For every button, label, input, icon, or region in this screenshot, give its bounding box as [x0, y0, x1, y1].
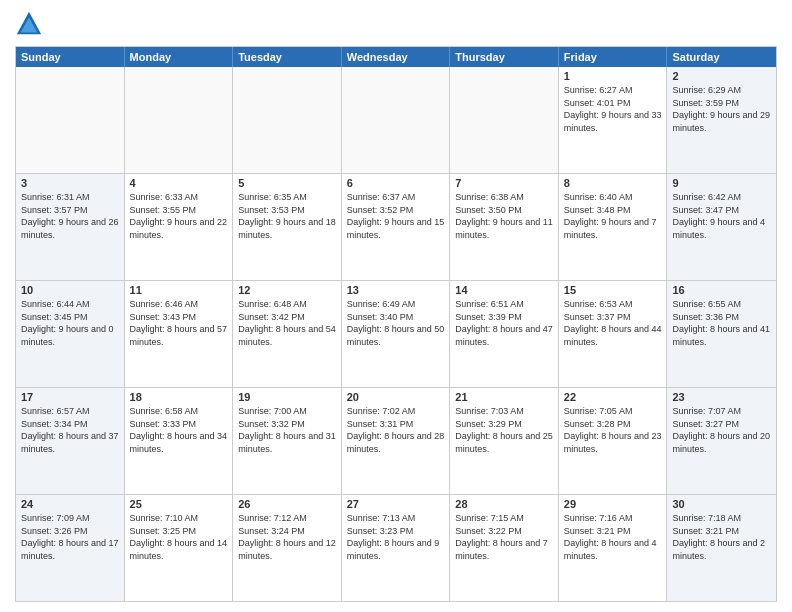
cell-info: Sunrise: 6:46 AM Sunset: 3:43 PM Dayligh…	[130, 298, 228, 348]
calendar-row-2: 10Sunrise: 6:44 AM Sunset: 3:45 PM Dayli…	[16, 281, 776, 388]
calendar-cell	[342, 67, 451, 173]
day-number: 4	[130, 177, 228, 189]
calendar-cell: 27Sunrise: 7:13 AM Sunset: 3:23 PM Dayli…	[342, 495, 451, 601]
calendar-cell: 19Sunrise: 7:00 AM Sunset: 3:32 PM Dayli…	[233, 388, 342, 494]
cell-info: Sunrise: 7:00 AM Sunset: 3:32 PM Dayligh…	[238, 405, 336, 455]
day-number: 3	[21, 177, 119, 189]
cell-info: Sunrise: 7:09 AM Sunset: 3:26 PM Dayligh…	[21, 512, 119, 562]
header-day-monday: Monday	[125, 47, 234, 67]
calendar-cell	[233, 67, 342, 173]
calendar-cell: 18Sunrise: 6:58 AM Sunset: 3:33 PM Dayli…	[125, 388, 234, 494]
calendar-cell: 26Sunrise: 7:12 AM Sunset: 3:24 PM Dayli…	[233, 495, 342, 601]
cell-info: Sunrise: 6:37 AM Sunset: 3:52 PM Dayligh…	[347, 191, 445, 241]
cell-info: Sunrise: 6:27 AM Sunset: 4:01 PM Dayligh…	[564, 84, 662, 134]
calendar-cell: 7Sunrise: 6:38 AM Sunset: 3:50 PM Daylig…	[450, 174, 559, 280]
calendar-cell: 24Sunrise: 7:09 AM Sunset: 3:26 PM Dayli…	[16, 495, 125, 601]
calendar-cell: 20Sunrise: 7:02 AM Sunset: 3:31 PM Dayli…	[342, 388, 451, 494]
header	[15, 10, 777, 38]
calendar-row-0: 1Sunrise: 6:27 AM Sunset: 4:01 PM Daylig…	[16, 67, 776, 174]
day-number: 24	[21, 498, 119, 510]
day-number: 12	[238, 284, 336, 296]
header-day-saturday: Saturday	[667, 47, 776, 67]
calendar-cell: 1Sunrise: 6:27 AM Sunset: 4:01 PM Daylig…	[559, 67, 668, 173]
calendar-cell: 15Sunrise: 6:53 AM Sunset: 3:37 PM Dayli…	[559, 281, 668, 387]
cell-info: Sunrise: 6:33 AM Sunset: 3:55 PM Dayligh…	[130, 191, 228, 241]
day-number: 19	[238, 391, 336, 403]
header-day-tuesday: Tuesday	[233, 47, 342, 67]
cell-info: Sunrise: 6:58 AM Sunset: 3:33 PM Dayligh…	[130, 405, 228, 455]
cell-info: Sunrise: 6:29 AM Sunset: 3:59 PM Dayligh…	[672, 84, 771, 134]
calendar-cell: 2Sunrise: 6:29 AM Sunset: 3:59 PM Daylig…	[667, 67, 776, 173]
calendar-row-4: 24Sunrise: 7:09 AM Sunset: 3:26 PM Dayli…	[16, 495, 776, 601]
cell-info: Sunrise: 6:49 AM Sunset: 3:40 PM Dayligh…	[347, 298, 445, 348]
day-number: 7	[455, 177, 553, 189]
cell-info: Sunrise: 6:44 AM Sunset: 3:45 PM Dayligh…	[21, 298, 119, 348]
day-number: 10	[21, 284, 119, 296]
calendar-cell: 3Sunrise: 6:31 AM Sunset: 3:57 PM Daylig…	[16, 174, 125, 280]
cell-info: Sunrise: 6:38 AM Sunset: 3:50 PM Dayligh…	[455, 191, 553, 241]
day-number: 18	[130, 391, 228, 403]
cell-info: Sunrise: 7:13 AM Sunset: 3:23 PM Dayligh…	[347, 512, 445, 562]
day-number: 25	[130, 498, 228, 510]
day-number: 26	[238, 498, 336, 510]
cell-info: Sunrise: 7:07 AM Sunset: 3:27 PM Dayligh…	[672, 405, 771, 455]
cell-info: Sunrise: 6:57 AM Sunset: 3:34 PM Dayligh…	[21, 405, 119, 455]
calendar-header: SundayMondayTuesdayWednesdayThursdayFrid…	[16, 47, 776, 67]
calendar-cell: 29Sunrise: 7:16 AM Sunset: 3:21 PM Dayli…	[559, 495, 668, 601]
calendar-cell: 23Sunrise: 7:07 AM Sunset: 3:27 PM Dayli…	[667, 388, 776, 494]
calendar-cell: 8Sunrise: 6:40 AM Sunset: 3:48 PM Daylig…	[559, 174, 668, 280]
day-number: 6	[347, 177, 445, 189]
day-number: 21	[455, 391, 553, 403]
day-number: 16	[672, 284, 771, 296]
calendar-cell: 9Sunrise: 6:42 AM Sunset: 3:47 PM Daylig…	[667, 174, 776, 280]
day-number: 23	[672, 391, 771, 403]
cell-info: Sunrise: 7:02 AM Sunset: 3:31 PM Dayligh…	[347, 405, 445, 455]
calendar-cell	[125, 67, 234, 173]
calendar-cell: 21Sunrise: 7:03 AM Sunset: 3:29 PM Dayli…	[450, 388, 559, 494]
calendar-cell: 4Sunrise: 6:33 AM Sunset: 3:55 PM Daylig…	[125, 174, 234, 280]
calendar-cell: 6Sunrise: 6:37 AM Sunset: 3:52 PM Daylig…	[342, 174, 451, 280]
day-number: 15	[564, 284, 662, 296]
cell-info: Sunrise: 7:16 AM Sunset: 3:21 PM Dayligh…	[564, 512, 662, 562]
calendar-cell: 28Sunrise: 7:15 AM Sunset: 3:22 PM Dayli…	[450, 495, 559, 601]
calendar-cell	[16, 67, 125, 173]
calendar-cell: 13Sunrise: 6:49 AM Sunset: 3:40 PM Dayli…	[342, 281, 451, 387]
cell-info: Sunrise: 6:42 AM Sunset: 3:47 PM Dayligh…	[672, 191, 771, 241]
calendar-row-3: 17Sunrise: 6:57 AM Sunset: 3:34 PM Dayli…	[16, 388, 776, 495]
calendar-cell: 25Sunrise: 7:10 AM Sunset: 3:25 PM Dayli…	[125, 495, 234, 601]
calendar-cell: 5Sunrise: 6:35 AM Sunset: 3:53 PM Daylig…	[233, 174, 342, 280]
day-number: 13	[347, 284, 445, 296]
header-day-sunday: Sunday	[16, 47, 125, 67]
day-number: 2	[672, 70, 771, 82]
day-number: 27	[347, 498, 445, 510]
cell-info: Sunrise: 7:12 AM Sunset: 3:24 PM Dayligh…	[238, 512, 336, 562]
day-number: 22	[564, 391, 662, 403]
cell-info: Sunrise: 7:10 AM Sunset: 3:25 PM Dayligh…	[130, 512, 228, 562]
calendar-cell: 22Sunrise: 7:05 AM Sunset: 3:28 PM Dayli…	[559, 388, 668, 494]
calendar-row-1: 3Sunrise: 6:31 AM Sunset: 3:57 PM Daylig…	[16, 174, 776, 281]
calendar: SundayMondayTuesdayWednesdayThursdayFrid…	[15, 46, 777, 602]
calendar-cell: 17Sunrise: 6:57 AM Sunset: 3:34 PM Dayli…	[16, 388, 125, 494]
day-number: 14	[455, 284, 553, 296]
cell-info: Sunrise: 7:15 AM Sunset: 3:22 PM Dayligh…	[455, 512, 553, 562]
cell-info: Sunrise: 6:51 AM Sunset: 3:39 PM Dayligh…	[455, 298, 553, 348]
calendar-cell: 14Sunrise: 6:51 AM Sunset: 3:39 PM Dayli…	[450, 281, 559, 387]
day-number: 29	[564, 498, 662, 510]
cell-info: Sunrise: 7:03 AM Sunset: 3:29 PM Dayligh…	[455, 405, 553, 455]
day-number: 30	[672, 498, 771, 510]
day-number: 28	[455, 498, 553, 510]
cell-info: Sunrise: 7:05 AM Sunset: 3:28 PM Dayligh…	[564, 405, 662, 455]
cell-info: Sunrise: 6:40 AM Sunset: 3:48 PM Dayligh…	[564, 191, 662, 241]
cell-info: Sunrise: 6:31 AM Sunset: 3:57 PM Dayligh…	[21, 191, 119, 241]
logo-icon	[15, 10, 43, 38]
day-number: 9	[672, 177, 771, 189]
calendar-cell	[450, 67, 559, 173]
cell-info: Sunrise: 6:53 AM Sunset: 3:37 PM Dayligh…	[564, 298, 662, 348]
day-number: 5	[238, 177, 336, 189]
header-day-wednesday: Wednesday	[342, 47, 451, 67]
calendar-cell: 12Sunrise: 6:48 AM Sunset: 3:42 PM Dayli…	[233, 281, 342, 387]
cell-info: Sunrise: 6:48 AM Sunset: 3:42 PM Dayligh…	[238, 298, 336, 348]
calendar-body: 1Sunrise: 6:27 AM Sunset: 4:01 PM Daylig…	[16, 67, 776, 601]
day-number: 1	[564, 70, 662, 82]
day-number: 20	[347, 391, 445, 403]
